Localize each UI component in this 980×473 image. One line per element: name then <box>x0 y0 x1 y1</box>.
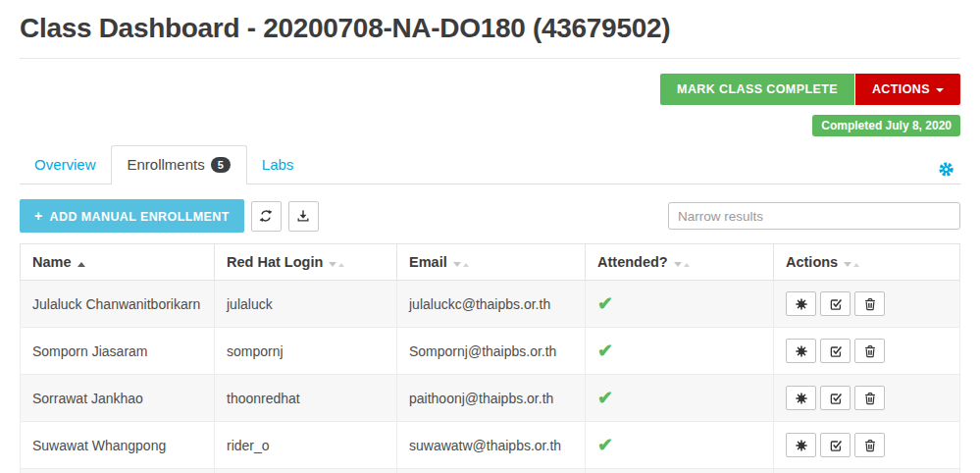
settings-gear-button[interactable] <box>932 153 960 184</box>
refresh-button[interactable] <box>251 201 282 232</box>
tab-enrollments[interactable]: Enrollments5 <box>111 145 247 184</box>
row-labs-button[interactable] <box>786 386 816 410</box>
attended-check-icon: ✔ <box>597 341 613 361</box>
header-button-group: MARK CLASS COMPLETE ACTIONS <box>660 74 960 105</box>
row-labs-button[interactable] <box>786 291 816 316</box>
tab-bar: Overview Enrollments5 Labs <box>20 145 960 184</box>
sort-asc-icon <box>77 262 85 267</box>
cell-login: sompornj <box>215 328 397 375</box>
actions-button-label: ACTIONS <box>872 82 930 96</box>
cell-email: wasuponp@thaipbs.or.th <box>397 469 586 473</box>
enrollment-count-badge: 5 <box>211 157 231 173</box>
cell-email: suwawatw@thaipbs.or.th <box>397 422 586 469</box>
attendance-check-icon <box>829 344 843 358</box>
attended-check-icon: ✔ <box>597 293 613 314</box>
row-delete-button[interactable] <box>854 433 885 457</box>
narrow-results-input[interactable] <box>668 202 960 230</box>
column-header-attended[interactable]: Attended? <box>586 244 774 281</box>
trash-icon <box>863 392 877 405</box>
caret-down-icon <box>936 88 944 92</box>
column-label-name: Name <box>32 254 72 270</box>
cell-attended: ✔ <box>586 422 774 469</box>
column-header-login[interactable]: Red Hat Login <box>215 244 397 281</box>
plus-icon: + <box>34 208 43 224</box>
cell-attended: ✔ <box>586 328 774 375</box>
class-dashboard-page: Class Dashboard - 20200708-NA-DO180 (436… <box>0 0 980 473</box>
tab-overview[interactable]: Overview <box>20 146 111 184</box>
row-action-group <box>786 386 948 410</box>
cell-email: julaluckc@thaipbs.or.th <box>397 281 586 328</box>
row-attendance-button[interactable] <box>820 433 851 457</box>
cell-email: Sompornj@thaipbs.or.th <box>397 328 586 375</box>
column-header-email[interactable]: Email <box>397 244 586 281</box>
cell-name: Suwawat Whangpong <box>21 422 215 469</box>
sunburst-icon <box>795 439 808 452</box>
row-attendance-button[interactable] <box>820 291 851 316</box>
table-row: Sorrawat Jankhao thoonredhat paithoonj@t… <box>21 375 960 422</box>
add-manual-enrollment-button[interactable]: +ADD MANUAL ENROLLMENT <box>20 199 244 233</box>
cell-actions <box>774 375 960 422</box>
trash-icon <box>863 344 877 358</box>
row-delete-button[interactable] <box>854 339 885 363</box>
attendance-check-icon <box>829 297 843 311</box>
cell-login: julaluck <box>215 281 397 328</box>
row-attendance-button[interactable] <box>820 386 851 410</box>
cell-attended: ✔ <box>586 469 774 473</box>
cell-login: rider_o <box>215 422 397 469</box>
row-delete-button[interactable] <box>854 291 885 316</box>
column-label-email: Email <box>409 254 447 270</box>
cell-name: Julaluck Chanwanitborikarn <box>21 281 215 328</box>
sunburst-icon <box>795 344 808 358</box>
table-row: Suwawat Whangpong rider_o suwawatw@thaip… <box>21 422 960 469</box>
gear-icon <box>938 161 954 178</box>
attendance-check-icon <box>829 439 843 452</box>
cell-actions <box>774 281 960 328</box>
attended-check-icon: ✔ <box>597 388 613 408</box>
column-header-actions[interactable]: Actions <box>774 244 960 281</box>
column-label-attended: Attended? <box>597 254 668 270</box>
column-header-name[interactable]: Name <box>21 244 215 281</box>
page-title: Class Dashboard - 20200708-NA-DO180 (436… <box>20 13 960 44</box>
cell-actions <box>774 328 960 375</box>
cell-email: paithoonj@thaipbs.or.th <box>397 375 586 422</box>
row-attendance-button[interactable] <box>820 339 851 363</box>
table-row: Somporn Jiasaram sompornj Sompornj@thaip… <box>21 328 960 375</box>
table-row: Julaluck Chanwanitborikarn julaluck jula… <box>21 281 960 328</box>
download-icon <box>296 209 310 223</box>
cell-actions <box>774 422 960 469</box>
column-label-login: Red Hat Login <box>227 254 323 270</box>
add-manual-enrollment-label: ADD MANUAL ENROLLMENT <box>50 210 230 224</box>
trash-icon <box>863 297 877 311</box>
tab-enrollments-label: Enrollments <box>128 156 205 173</box>
column-label-actions: Actions <box>786 254 838 270</box>
completed-status-badge: Completed July 8, 2020 <box>812 115 960 136</box>
cell-login: mlap3636 <box>215 469 397 473</box>
sort-toggle-icon <box>453 254 469 270</box>
row-labs-button[interactable] <box>786 339 816 363</box>
enrollment-table-body: Julaluck Chanwanitborikarn julaluck jula… <box>21 281 960 473</box>
download-button[interactable] <box>288 201 319 232</box>
row-action-group <box>786 291 948 316</box>
enrollment-table: Name Red Hat Login Email Attended? Actio… <box>20 243 960 473</box>
sort-toggle-icon <box>674 254 690 270</box>
cell-name: Wasupon Phothiwetchakun <box>21 469 215 473</box>
row-action-group <box>786 339 948 363</box>
cell-attended: ✔ <box>586 375 774 422</box>
row-labs-button[interactable] <box>786 433 816 457</box>
cell-name: Sorrawat Jankhao <box>21 375 215 422</box>
row-delete-button[interactable] <box>854 386 885 410</box>
title-bar: Class Dashboard - 20200708-NA-DO180 (436… <box>20 0 960 59</box>
mark-class-complete-button[interactable]: MARK CLASS COMPLETE <box>660 74 854 105</box>
cell-login: thoonredhat <box>215 375 397 422</box>
tab-labs[interactable]: Labs <box>247 146 309 184</box>
sunburst-icon <box>795 392 808 405</box>
enrollment-toolbar: +ADD MANUAL ENROLLMENT <box>20 199 960 233</box>
sort-toggle-icon <box>329 254 344 270</box>
row-action-group <box>786 433 948 457</box>
attendance-check-icon <box>829 392 843 405</box>
header-actions: MARK CLASS COMPLETE ACTIONS Completed Ju… <box>20 59 960 136</box>
actions-dropdown-button[interactable]: ACTIONS <box>855 74 960 105</box>
attended-check-icon: ✔ <box>597 435 613 455</box>
cell-name: Somporn Jiasaram <box>21 328 215 375</box>
sunburst-icon <box>795 297 808 311</box>
